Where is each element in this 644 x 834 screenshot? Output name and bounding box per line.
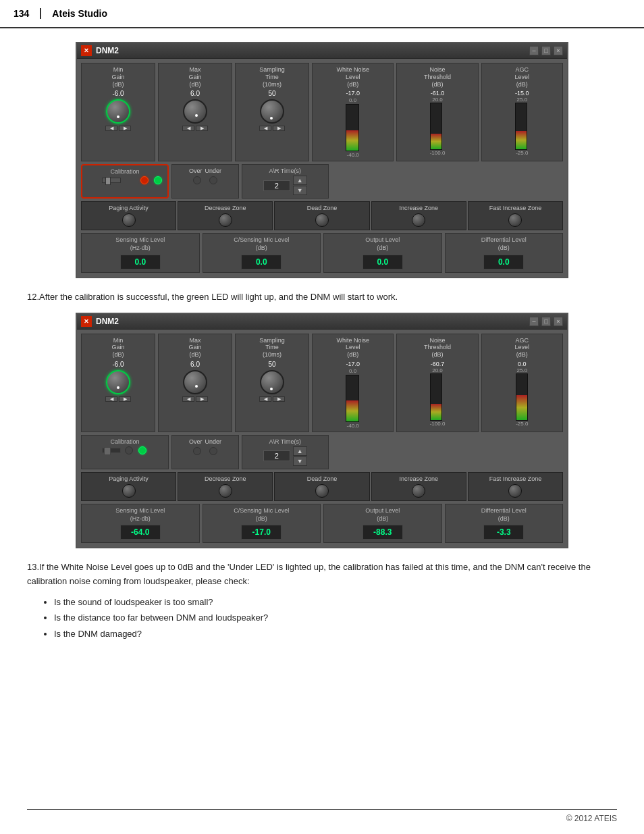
diff-level-section-1: Differential Level(dB) 0.0 (445, 233, 564, 272)
max-gain-up-2[interactable]: ▶ (196, 396, 208, 402)
max-gain-label-1: MaxGain(dB) (163, 66, 227, 88)
increase-knob-2[interactable] (412, 484, 425, 498)
close-button-1[interactable]: × (554, 46, 563, 55)
agc-top-val-2: 0.0 (516, 361, 528, 367)
agc-top-val-1: -15.0 (515, 90, 529, 97)
dead-knob-2[interactable] (315, 484, 329, 498)
white-noise-section-1: White NoiseLevel(dB) -17.0 0.0 -40.0 (312, 63, 394, 161)
fast-increase-knob-1[interactable] (508, 213, 522, 227)
calibration-label-2: Calibration (86, 438, 164, 445)
c-sensing-section-1: C/Sensing Mic Level(dB) 0.0 (203, 233, 321, 272)
diff-level-section-2: Differential Level(dB) -3.3 (445, 504, 564, 543)
over-under-section-1: Over Under (171, 164, 239, 199)
calib-led-red-2 (125, 446, 133, 454)
sensing-mic-label-2: Sensing Mic Level(Hz-db) (86, 507, 195, 523)
max-gain-down-1[interactable]: ◀ (182, 126, 194, 131)
output-level-label-2: Output Level(dB) (328, 507, 437, 523)
calib-led-green-1 (154, 176, 162, 184)
min-gain-knob-2[interactable] (106, 370, 130, 394)
min-gain-knob-1[interactable] (106, 99, 130, 124)
fast-increase-btn-2[interactable]: Fast Increase Zone (468, 472, 563, 501)
air-label-2: A\R Time(s) (246, 438, 324, 445)
max-gain-section-2: MaxGain(dB) 6.0 ◀ ▶ (158, 334, 232, 432)
air-input-1[interactable] (263, 180, 290, 191)
decrease-zone-btn-1[interactable]: Decrease Zone (178, 201, 273, 230)
max-gain-knob-1[interactable] (183, 99, 207, 124)
dead-zone-btn-1[interactable]: Dead Zone (274, 201, 369, 230)
air-down-1[interactable]: ▼ (293, 186, 307, 195)
min-gain-up-1[interactable]: ▶ (119, 126, 131, 131)
increase-zone-btn-2[interactable]: Increase Zone (371, 472, 466, 501)
minimize-button-2[interactable]: – (529, 317, 539, 326)
air-down-2[interactable]: ▼ (293, 457, 307, 466)
fast-increase-knob-2[interactable] (508, 484, 522, 498)
copyright-text: © 2012 ATEIS (566, 814, 617, 823)
paging-activity-btn-2[interactable]: Paging Activity (81, 472, 176, 501)
max-gain-value-2: 6.0 (163, 361, 227, 368)
c-sensing-label-1: C/Sensing Mic Level(dB) (207, 236, 317, 252)
sensing-mic-section-2: Sensing Mic Level(Hz-db) -64.0 (81, 504, 200, 543)
sampling-up-2[interactable]: ▶ (273, 396, 285, 402)
white-noise-label-1: White NoiseLevel(dB) (317, 66, 389, 88)
maximize-button-2[interactable]: □ (541, 317, 551, 326)
increase-knob-1[interactable] (412, 213, 425, 227)
air-section-2: A\R Time(s) ▲ ▼ (242, 435, 329, 469)
calib-row-1: Calibration Over Under (81, 164, 563, 199)
min-gain-down-1[interactable]: ◀ (105, 126, 117, 131)
calib-slider-1[interactable] (102, 178, 121, 183)
titlebar-2: ✕ DNM2 – □ × (77, 314, 567, 330)
decrease-knob-1[interactable] (219, 213, 232, 227)
max-gain-down-2[interactable]: ◀ (182, 396, 194, 402)
minimize-button-1[interactable]: – (529, 46, 539, 55)
air-label-1: A\R Time(s) (246, 167, 324, 174)
decrease-knob-2[interactable] (219, 484, 232, 498)
sampling-knob-1[interactable] (260, 99, 284, 124)
c-sensing-value-1: 0.0 (241, 255, 281, 269)
dead-knob-1[interactable] (315, 213, 329, 227)
decrease-zone-btn-2[interactable]: Decrease Zone (178, 472, 273, 501)
max-gain-up-1[interactable]: ▶ (196, 126, 208, 131)
min-gain-up-2[interactable]: ▶ (119, 396, 131, 402)
dead-zone-btn-2[interactable]: Dead Zone (274, 472, 369, 501)
dnm-window-controls-1[interactable]: – □ × (529, 46, 563, 55)
air-up-1[interactable]: ▲ (293, 176, 307, 185)
calib-row-2: Calibration Over Under (81, 435, 563, 469)
fast-increase-btn-1[interactable]: Fast Increase Zone (468, 201, 563, 230)
sampling-knob-2[interactable] (260, 370, 284, 394)
min-gain-value-2: -6.0 (86, 361, 151, 368)
step13-text: 13.If the White Noise Level goes up to 0… (27, 561, 617, 589)
wn-zero-1: 0.0 (346, 97, 360, 103)
dnm-title-1: DNM2 (96, 46, 119, 55)
min-gain-label-1: MinGain(dB) (86, 66, 151, 88)
output-level-value-1: 0.0 (363, 255, 403, 269)
min-gain-label-2: MinGain(dB) (86, 337, 151, 359)
dnm-window-controls-2[interactable]: – □ × (529, 317, 563, 326)
bullet-item-3: Is the DNM damaged? (54, 626, 617, 642)
min-gain-down-2[interactable]: ◀ (105, 396, 117, 402)
sensing-mic-value-2: -64.0 (120, 525, 161, 540)
paging-knob-1[interactable] (122, 213, 136, 227)
output-level-label-1: Output Level(dB) (328, 236, 437, 252)
sampling-down-2[interactable]: ◀ (259, 396, 271, 402)
sampling-controls-1: ◀ ▶ (240, 126, 304, 131)
maximize-button-1[interactable]: □ (541, 46, 551, 55)
max-gain-controls-2: ◀ ▶ (163, 396, 227, 402)
increase-zone-btn-1[interactable]: Increase Zone (371, 201, 466, 230)
max-gain-knob-2[interactable] (183, 370, 207, 394)
air-up-2[interactable]: ▲ (293, 446, 307, 456)
air-input-2[interactable] (263, 450, 290, 461)
air-section-1: A\R Time(s) ▲ ▼ (242, 164, 329, 199)
sampling-up-1[interactable]: ▶ (273, 126, 285, 131)
over-label-1: Over (189, 167, 203, 174)
close-button-2[interactable]: × (554, 317, 563, 326)
sampling-down-1[interactable]: ◀ (259, 126, 271, 131)
c-sensing-label-2: C/Sensing Mic Level(dB) (207, 507, 317, 523)
min-gain-controls-1: ◀ ▶ (86, 126, 151, 131)
noise-thresh-label-2: NoiseThreshold(dB) (401, 337, 473, 359)
sampling-label-2: SamplingTime(10ms) (240, 337, 304, 359)
dnm-logo-2: ✕ (81, 316, 92, 327)
paging-activity-btn-1[interactable]: Paging Activity (81, 201, 176, 230)
sampling-value-1: 50 (240, 90, 304, 97)
nt-top-val-2: -60.7 (430, 361, 446, 367)
paging-knob-2[interactable] (122, 484, 136, 498)
